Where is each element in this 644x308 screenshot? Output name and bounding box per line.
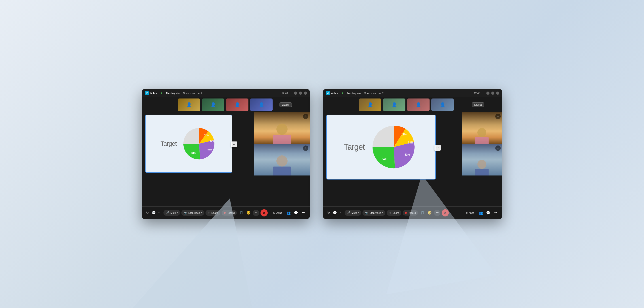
refresh-icon-1[interactable]: ↻ xyxy=(145,210,150,216)
apps-btn-2[interactable]: ⊞ Apps xyxy=(463,210,476,216)
meeting-info-label-1[interactable]: Meeting info xyxy=(166,92,180,95)
pin-btn-1[interactable]: ☆ xyxy=(303,114,308,119)
thumb-person-1: 👤 xyxy=(178,99,200,111)
end-call-btn-1[interactable]: ✕ xyxy=(260,209,268,216)
apps-icon-1: ⊞ xyxy=(273,211,275,214)
pin-icon-4: ☆ xyxy=(497,147,499,150)
resize-arrow-icon-1: ↔ xyxy=(231,141,237,147)
more-right-btn-1[interactable]: ••• xyxy=(300,210,306,216)
layout-btn-2[interactable]: Layout xyxy=(472,102,484,107)
video-panel-male-1: ☆ xyxy=(254,144,310,175)
resize-handle-1[interactable]: ↔ xyxy=(231,141,237,147)
show-menu-btn-2[interactable]: Show menu bar ▾ xyxy=(364,92,384,95)
reactions-icon-1[interactable]: 💬 xyxy=(293,210,299,216)
clock-1: 12:40 xyxy=(282,92,288,95)
layout-btn-1[interactable]: Layout xyxy=(280,102,292,107)
more-btn-1[interactable]: ••• xyxy=(253,210,259,216)
end-call-icon-1: ✕ xyxy=(263,211,266,215)
meeting-window-1: W Webex Meeting info Show menu bar ▾ 12:… xyxy=(142,89,310,219)
video-panels-1: ☆ ☆ xyxy=(254,112,310,175)
more-btn-2[interactable]: ••• xyxy=(434,210,440,216)
status-dot-2 xyxy=(342,92,343,94)
pie-label-17: 17% xyxy=(210,140,214,142)
pie-chart-area-1: Target 1 xyxy=(156,121,222,166)
shared-content-1: Target 1 xyxy=(145,115,232,173)
thumbnail-2-3[interactable]: 👤 xyxy=(407,99,430,111)
close-btn-1[interactable]: ✕ xyxy=(304,92,307,95)
record-dot-1 xyxy=(224,212,226,214)
thumbnail-1-3[interactable]: 👤 xyxy=(226,99,248,111)
thumb-person-3: 👤 xyxy=(226,99,248,111)
webex-logo-1: W Webex xyxy=(145,91,157,95)
thumbnails-strip-2: 👤 👤 👤 👤 Layout xyxy=(323,97,502,112)
thumbnail-2-1[interactable]: 👤 xyxy=(359,99,381,111)
minimize-btn-2[interactable]: – xyxy=(486,92,490,95)
minimize-btn-1[interactable]: – xyxy=(294,92,297,95)
thumbnail-2-4[interactable]: 👤 xyxy=(431,99,454,111)
stop-video-btn-2[interactable]: 📷 Stop video ▾ xyxy=(362,210,385,216)
thumbnail-2-2[interactable]: 👤 xyxy=(383,99,406,111)
thumb-2-person-2: 👤 xyxy=(383,99,406,111)
audio-icon-2[interactable]: 🎵 xyxy=(419,210,425,216)
mic-icon-1: 🎤 xyxy=(166,211,169,214)
refresh-icon-2[interactable]: ↻ xyxy=(326,210,331,216)
thumb-person-2: 👤 xyxy=(202,99,224,111)
pin-btn-2[interactable]: ☆ xyxy=(303,146,308,151)
more-right-btn-2[interactable]: ••• xyxy=(492,210,499,216)
title-bar-1: W Webex Meeting info Show menu bar ▾ 12:… xyxy=(142,89,310,97)
participants-icon-1[interactable]: 👥 xyxy=(286,210,292,216)
meetings-container: W Webex Meeting info Show menu bar ▾ 12:… xyxy=(0,0,644,308)
pin-btn-3[interactable]: ☆ xyxy=(495,114,501,119)
chat-chevron-2[interactable]: ▾ xyxy=(339,211,342,215)
maximize-btn-2[interactable]: □ xyxy=(491,92,494,95)
pie-seg-small-1 xyxy=(183,128,199,144)
webex-icon-1: W xyxy=(145,91,149,95)
audio-icon-1[interactable]: 🎵 xyxy=(238,210,244,216)
resize-handle-2[interactable]: ↔ xyxy=(434,145,441,151)
thumbnail-1-2[interactable]: 👤 xyxy=(202,99,224,111)
meeting-content-2: Target 12% 13% 41% 34% xyxy=(323,112,502,206)
ctrl-left-icons-1: ↻ 💬 ▾ xyxy=(145,210,160,216)
target-label-1: Target xyxy=(160,140,177,147)
end-call-btn-2[interactable]: ✕ xyxy=(442,209,449,216)
webex-label-1: Webex xyxy=(150,92,157,95)
show-menu-btn-1[interactable]: Show menu bar ▾ xyxy=(183,92,202,95)
webex-label-2: Webex xyxy=(331,92,338,95)
mute-btn-1[interactable]: 🎤 Mute ▾ xyxy=(164,210,180,216)
thumbnail-1-4[interactable]: 👤 xyxy=(250,99,272,111)
thumb-person-4: 👤 xyxy=(250,99,272,111)
share-btn-1[interactable]: ⬆ Share xyxy=(206,210,220,216)
record-dot-2 xyxy=(405,212,407,214)
pin-btn-4[interactable]: ☆ xyxy=(495,146,501,151)
close-btn-2[interactable]: ✕ xyxy=(496,92,499,95)
window-controls-1: – □ ✕ xyxy=(294,92,307,95)
record-btn-2[interactable]: Record xyxy=(403,210,418,216)
clock-2: 12:40 xyxy=(474,92,480,95)
thumbnails-strip-1: 👤 👤 👤 👤 Layout xyxy=(142,97,310,112)
stop-video-btn-1[interactable]: 📷 Stop video ▾ xyxy=(181,210,204,216)
participants-icon-2[interactable]: 👥 xyxy=(478,210,484,216)
pie-seg-small-2 xyxy=(372,126,394,147)
resize-arrow-icon-2: ↔ xyxy=(434,145,441,151)
pie2-label-34: 34% xyxy=(382,158,387,161)
reactions-icon-2[interactable]: 💬 xyxy=(485,210,491,216)
thumbnail-1-1[interactable]: 👤 xyxy=(178,99,200,111)
chat-icon-1[interactable]: 💬 xyxy=(151,210,157,216)
emoji-icon-1[interactable]: 😊 xyxy=(246,210,252,216)
chat-chevron-1[interactable]: ▾ xyxy=(158,211,160,215)
pie-label-12: 12% xyxy=(204,134,209,137)
maximize-btn-1[interactable]: □ xyxy=(299,92,302,95)
share-btn-2[interactable]: ⬆ Share xyxy=(386,210,401,216)
thumb-2-person-3: 👤 xyxy=(407,99,430,111)
target-label-2: Target xyxy=(344,142,365,152)
mute-btn-2[interactable]: 🎤 Mute ▾ xyxy=(344,210,361,216)
emoji-icon-2[interactable]: 😊 xyxy=(427,210,433,216)
window-controls-2: – □ ✕ xyxy=(486,92,499,95)
apps-icon-2: ⊞ xyxy=(466,211,468,214)
webex-logo-2: W Webex xyxy=(326,91,338,95)
meeting-info-label-2[interactable]: Meeting info xyxy=(347,92,361,95)
thumb-2-person-1: 👤 xyxy=(359,99,381,111)
record-btn-1[interactable]: Record xyxy=(222,210,237,216)
chat-icon-2[interactable]: 💬 xyxy=(332,210,338,216)
apps-btn-1[interactable]: ⊞ Apps xyxy=(271,210,284,216)
